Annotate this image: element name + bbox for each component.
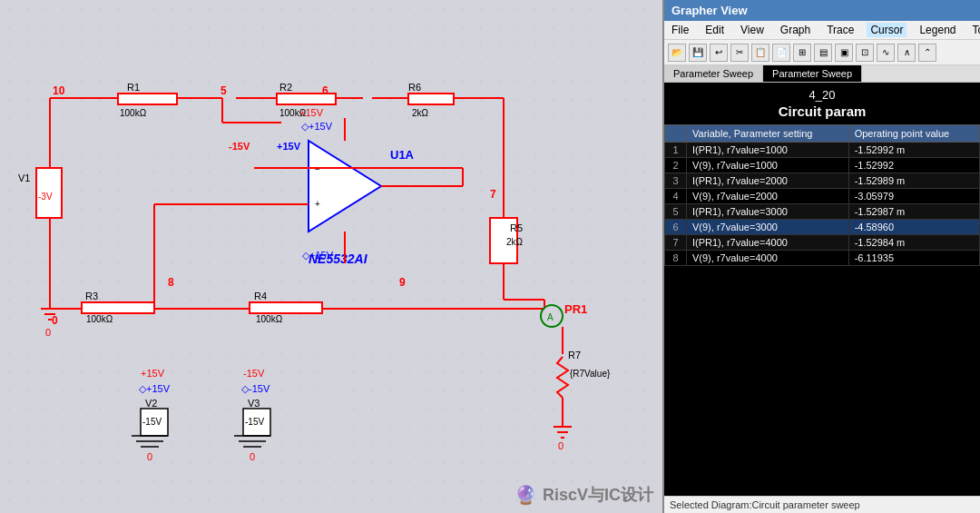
menu-graph[interactable]: Graph bbox=[777, 23, 814, 37]
svg-text:R1: R1 bbox=[127, 82, 140, 93]
svg-text:8: 8 bbox=[168, 276, 174, 289]
svg-text:+15V: +15V bbox=[277, 141, 301, 152]
toolbar-b1[interactable]: ▤ bbox=[814, 44, 832, 62]
row-variable: V(9), r7value=3000 bbox=[687, 220, 849, 235]
row-id: 7 bbox=[665, 235, 687, 251]
svg-text:-15V: -15V bbox=[243, 368, 265, 379]
row-id: 1 bbox=[665, 143, 687, 158]
row-value: -1.52992 bbox=[848, 158, 979, 173]
svg-text:100kΩ: 100kΩ bbox=[120, 108, 147, 118]
tab-param-sweep-2[interactable]: Parameter Sweep bbox=[763, 65, 862, 82]
row-value: -1.52984 m bbox=[848, 235, 979, 251]
svg-text:V2: V2 bbox=[145, 398, 157, 409]
toolbar-b5[interactable]: ∧ bbox=[897, 44, 916, 62]
svg-text:R6: R6 bbox=[408, 82, 421, 93]
svg-text:◇-15V: ◇-15V bbox=[241, 383, 270, 394]
svg-text:2kΩ: 2kΩ bbox=[506, 237, 524, 247]
svg-text:-15V: -15V bbox=[142, 417, 162, 427]
svg-text:0: 0 bbox=[45, 327, 51, 338]
svg-text:R5: R5 bbox=[510, 222, 523, 233]
grapher-statusbar: Selected Diagram:Circuit parameter sweep bbox=[664, 496, 980, 513]
table-row[interactable]: 8V(9), r7value=4000-6.11935 bbox=[665, 251, 980, 266]
toolbar-cut[interactable]: ✂ bbox=[730, 44, 749, 62]
grapher-content: 4_20 Circuit param Variable, Parameter s… bbox=[664, 83, 980, 496]
row-id: 3 bbox=[665, 173, 687, 189]
col-value: Operating point value bbox=[848, 125, 979, 143]
grapher-menubar: File Edit View Graph Trace Cursor Legend… bbox=[664, 21, 980, 40]
row-id: 2 bbox=[665, 158, 687, 173]
grapher-toolbar: 📂 💾 ↩ ✂ 📋 📄 ⊞ ▤ ▣ ⊡ ∿ ∧ ⌃ bbox=[664, 40, 980, 65]
table-row[interactable]: 5I(PR1), r7value=3000-1.52987 m bbox=[665, 204, 980, 220]
statusbar-text: Selected Diagram:Circuit parameter sweep bbox=[670, 499, 860, 510]
svg-rect-50 bbox=[277, 94, 336, 104]
svg-text:-3V: -3V bbox=[38, 192, 53, 202]
menu-edit[interactable]: Edit bbox=[701, 23, 728, 37]
table-row[interactable]: 2V(9), r7value=1000-1.52992 bbox=[665, 158, 980, 173]
toolbar-grid[interactable]: ⊞ bbox=[793, 44, 811, 62]
row-value: -1.52987 m bbox=[848, 204, 979, 220]
svg-text:100kΩ: 100kΩ bbox=[256, 314, 283, 324]
svg-rect-44 bbox=[250, 302, 322, 313]
menu-file[interactable]: File bbox=[668, 23, 692, 37]
table-row[interactable]: 7I(PR1), r7value=4000-1.52984 m bbox=[665, 235, 980, 251]
svg-text:V1: V1 bbox=[18, 173, 30, 183]
row-id: 6 bbox=[665, 220, 687, 235]
row-variable: I(PR1), r7value=3000 bbox=[687, 204, 849, 220]
row-id: 8 bbox=[665, 251, 687, 266]
toolbar-paste[interactable]: 📄 bbox=[772, 44, 790, 62]
toolbar-copy[interactable]: 📋 bbox=[751, 44, 769, 62]
row-value: -4.58960 bbox=[848, 220, 979, 235]
tab-param-sweep-1[interactable]: Parameter Sweep bbox=[664, 65, 763, 82]
grapher-title: Grapher View bbox=[671, 4, 748, 17]
svg-rect-53 bbox=[408, 94, 454, 104]
grapher-titlebar: Grapher View bbox=[664, 0, 980, 21]
svg-text:5: 5 bbox=[220, 84, 227, 97]
svg-text:100kΩ: 100kΩ bbox=[86, 314, 113, 324]
svg-text:A: A bbox=[547, 312, 554, 322]
menu-legend[interactable]: Legend bbox=[916, 23, 959, 37]
svg-text:9: 9 bbox=[399, 276, 406, 289]
row-id: 5 bbox=[665, 204, 687, 220]
svg-text:-15V: -15V bbox=[245, 417, 264, 427]
svg-text:{R7Value}: {R7Value} bbox=[570, 369, 611, 379]
toolbar-b4[interactable]: ∿ bbox=[877, 44, 895, 62]
menu-trace[interactable]: Trace bbox=[823, 23, 858, 37]
menu-view[interactable]: View bbox=[737, 23, 768, 37]
row-variable: V(9), r7value=1000 bbox=[687, 158, 849, 173]
grapher-tabs: Parameter Sweep Parameter Sweep bbox=[664, 65, 980, 83]
svg-text:R3: R3 bbox=[85, 291, 98, 301]
toolbar-b2[interactable]: ▣ bbox=[835, 44, 853, 62]
toolbar-open[interactable]: 📂 bbox=[668, 44, 686, 62]
row-variable: V(9), r7value=4000 bbox=[687, 251, 849, 266]
svg-text:7: 7 bbox=[490, 188, 496, 201]
svg-text:−: − bbox=[315, 164, 320, 174]
svg-text:-15V: -15V bbox=[229, 141, 250, 152]
svg-text:0: 0 bbox=[52, 314, 58, 327]
row-value: -6.11935 bbox=[848, 251, 979, 266]
table-subtitle: Circuit param bbox=[664, 104, 980, 124]
svg-rect-47 bbox=[118, 94, 177, 104]
svg-text:0: 0 bbox=[558, 440, 564, 451]
menu-tools[interactable]: Tools bbox=[968, 23, 980, 37]
svg-text:2kΩ: 2kΩ bbox=[412, 108, 429, 118]
table-row[interactable]: 1I(PR1), r7value=1000-1.52992 m bbox=[665, 143, 980, 158]
svg-text:◇+15V: ◇+15V bbox=[139, 383, 171, 394]
table-row[interactable]: 3I(PR1), r7value=2000-1.52989 m bbox=[665, 173, 980, 189]
svg-text:+: + bbox=[315, 199, 320, 209]
row-id: 4 bbox=[665, 189, 687, 204]
svg-rect-41 bbox=[82, 302, 154, 313]
table-row[interactable]: 4V(9), r7value=2000-3.05979 bbox=[665, 189, 980, 204]
schematic-area: 10 5 6 -15V +15V U1A − + bbox=[0, 0, 662, 513]
toolbar-b3[interactable]: ⊡ bbox=[856, 44, 874, 62]
data-table: Variable, Parameter setting Operating po… bbox=[664, 124, 980, 266]
menu-cursor[interactable]: Cursor bbox=[867, 23, 906, 37]
svg-text:V3: V3 bbox=[248, 398, 260, 409]
svg-text:100kΩ: 100kΩ bbox=[279, 108, 307, 118]
svg-text:PR1: PR1 bbox=[564, 302, 587, 316]
grapher-panel: Grapher View File Edit View Graph Trace … bbox=[662, 0, 980, 513]
toolbar-b6[interactable]: ⌃ bbox=[918, 44, 936, 62]
toolbar-save[interactable]: 💾 bbox=[689, 44, 707, 62]
svg-text:+15V: +15V bbox=[141, 368, 165, 379]
table-row[interactable]: 6V(9), r7value=3000-4.58960 bbox=[665, 220, 980, 235]
toolbar-undo[interactable]: ↩ bbox=[710, 44, 728, 62]
